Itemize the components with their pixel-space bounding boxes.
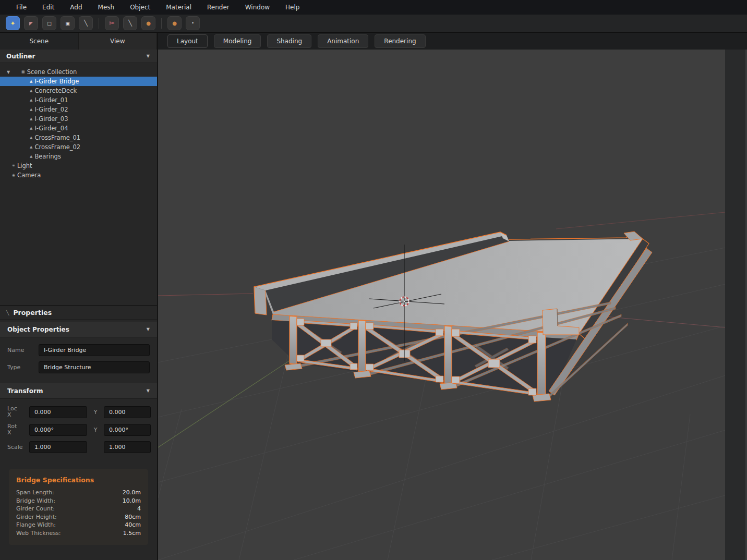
spec-girder-count: Girder Count: 4 [16, 505, 141, 513]
particle-tool-button[interactable]: • [186, 16, 200, 30]
mesh-icon: ▲ [30, 136, 32, 140]
outliner-item-label: I-Girder_02 [34, 106, 68, 113]
select-tool-button[interactable]: ✦ [6, 16, 20, 30]
paint-blob-icon: ● [146, 20, 151, 26]
scale-x-input[interactable] [29, 441, 87, 453]
bridge-specifications-title: Bridge Specifications [16, 476, 141, 484]
mesh-icon: ▲ [30, 126, 32, 130]
transform-header[interactable]: Transform ▼ [0, 383, 157, 399]
tab-rendering[interactable]: Rendering [375, 34, 425, 48]
outliner-item-scene-collection[interactable]: ▼ ▦ Scene Collection [0, 67, 157, 77]
diagonal-line-icon: ╲ [84, 20, 88, 27]
menu-add[interactable]: Add [62, 4, 90, 11]
outliner-item-camera[interactable]: ◉ Camera [0, 171, 157, 180]
menu-material[interactable]: Material [158, 4, 199, 11]
location-row: LocX Y [7, 406, 151, 418]
select-star-icon: ✦ [10, 20, 15, 27]
x-axis-red-line-far [556, 212, 725, 229]
move-tool-button[interactable]: □ [42, 16, 56, 30]
material-tool-button[interactable]: ● [167, 16, 182, 30]
outliner-item-label: Camera [17, 172, 41, 179]
object-properties-title: Object Properties [7, 326, 69, 333]
spec-flange-width: Flange Width: 40cm [16, 521, 141, 529]
cursor-tool-button[interactable]: ◤ [24, 16, 38, 30]
scale-label: Scale [7, 444, 25, 451]
chevron-down-icon: ▼ [147, 54, 150, 58]
tab-modeling[interactable]: Modeling [214, 34, 261, 48]
application-window: File Edit Add Mesh Object Material Rende… [0, 0, 747, 560]
workspace-tabs: Layout Modeling Shading Animation Render… [158, 33, 747, 50]
spec-value: 80cm [125, 514, 141, 520]
chevron-down-icon: ▼ [147, 327, 150, 332]
toolbar-separator [99, 18, 99, 29]
outliner-item-i-girder-02[interactable]: ▲ I-Girder_02 [0, 105, 157, 114]
girder-web-1 [290, 316, 297, 364]
type-field[interactable] [39, 361, 150, 373]
object-properties-header[interactable]: Object Properties ▼ [0, 322, 157, 337]
properties-header[interactable]: ╲ Properties [0, 305, 157, 320]
viewport-canvas[interactable] [158, 50, 725, 560]
menu-mesh[interactable]: Mesh [90, 4, 123, 11]
left-panel: Outliner ▼ ▼ ▦ Scene Collection ▲ I-Gird… [0, 50, 158, 560]
spec-girder-height: Girder Height: 80cm [16, 513, 141, 521]
outliner-item-crossframe-01[interactable]: ▲ CrossFrame_01 [0, 133, 157, 142]
mesh-icon: ▲ [30, 89, 32, 93]
spec-value: 1.5cm [123, 530, 141, 537]
outliner-item-i-girder-01[interactable]: ▲ I-Girder_01 [0, 95, 157, 105]
outliner-item-concretedeck[interactable]: ▲ ConcreteDeck [0, 86, 157, 95]
tab-layout[interactable]: Layout [167, 34, 208, 48]
name-field[interactable] [39, 344, 150, 356]
outliner-item-label: I-Girder_04 [34, 125, 68, 132]
rot-y-input[interactable] [104, 424, 151, 436]
mesh-icon: ▲ [30, 154, 32, 159]
outliner-item-i-girder-03[interactable]: ▲ I-Girder_03 [0, 114, 157, 124]
scale-row: Scale [7, 441, 151, 453]
scale-tool-button[interactable]: ╲ [79, 16, 93, 30]
girder-web-2 [358, 320, 366, 373]
tab-shading[interactable]: Shading [267, 34, 311, 48]
menu-object[interactable]: Object [122, 4, 158, 11]
bridge-model[interactable] [254, 232, 652, 401]
transform-fields: LocX Y RotX Y Scale [0, 399, 157, 461]
spec-label: Girder Count: [16, 505, 55, 512]
deck-back-edge-outline [509, 233, 643, 239]
menu-window[interactable]: Window [237, 4, 278, 11]
tab-scene[interactable]: Scene [0, 33, 79, 50]
tab-view[interactable]: View [79, 33, 158, 50]
loc-x-input[interactable] [29, 406, 87, 418]
menu-file[interactable]: File [8, 4, 34, 11]
camera-icon: ◉ [12, 173, 15, 177]
name-label: Name [7, 347, 33, 354]
menu-render[interactable]: Render [199, 4, 237, 11]
outliner-header[interactable]: Outliner ▼ [0, 50, 157, 63]
menu-bar: File Edit Add Mesh Object Material Rende… [0, 0, 747, 15]
spec-value: 4 [137, 505, 141, 512]
girder-web-3 [444, 326, 452, 384]
toolbar-separator [161, 18, 162, 29]
outliner-item-label: I-Girder_01 [34, 96, 68, 104]
tab-animation[interactable]: Animation [318, 34, 368, 48]
menu-edit[interactable]: Edit [34, 4, 62, 11]
sphere-icon: ● [172, 20, 177, 26]
annotate-tool-button[interactable]: ╲ [123, 16, 137, 30]
outliner-item-bearings[interactable]: ▲ Bearings [0, 152, 157, 161]
editor-tab-row: Scene View Layout Modeling Shading Anima… [0, 33, 747, 50]
outliner-item-i-girder-bridge[interactable]: ▲ I-Girder Bridge [0, 77, 157, 86]
outliner-panel: Outliner ▼ ▼ ▦ Scene Collection ▲ I-Gird… [0, 50, 157, 305]
outliner-item-label: ConcreteDeck [34, 87, 77, 94]
mesh-icon: ▲ [30, 145, 32, 149]
outliner-item-crossframe-02[interactable]: ▲ CrossFrame_02 [0, 142, 157, 152]
rot-x-input[interactable] [29, 424, 87, 436]
right-gutter [725, 50, 747, 560]
expand-arrow-icon[interactable]: ▼ [7, 70, 10, 75]
scale-y-input[interactable] [104, 441, 151, 453]
rotate-tool-button[interactable]: ▣ [61, 16, 75, 30]
knife-tool-button[interactable]: ✂ [105, 16, 119, 30]
outliner-item-i-girder-04[interactable]: ▲ I-Girder_04 [0, 124, 157, 133]
pen-line-icon: ╲ [128, 20, 132, 27]
loc-y-input[interactable] [104, 406, 151, 418]
outliner-item-light[interactable]: ✳ Light [0, 161, 157, 171]
paint-tool-button[interactable]: ● [141, 16, 155, 30]
menu-help[interactable]: Help [278, 4, 307, 11]
viewport-3d[interactable] [158, 50, 725, 560]
